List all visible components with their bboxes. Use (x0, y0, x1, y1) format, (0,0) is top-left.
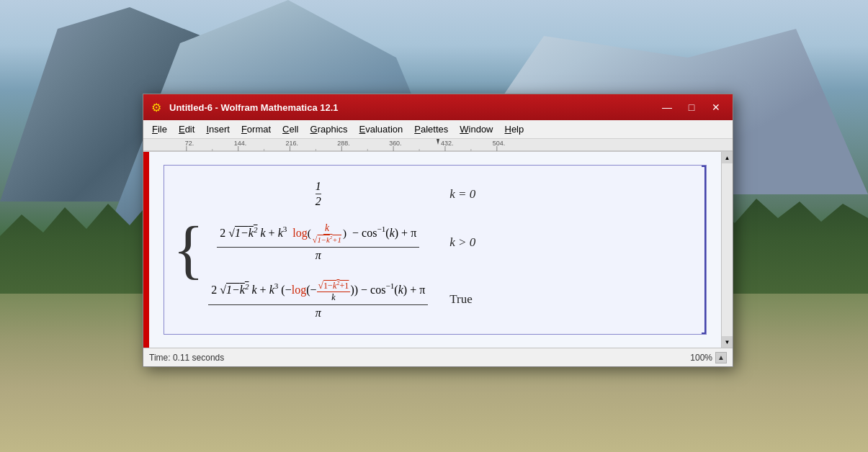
cell-bracket (702, 166, 706, 333)
svg-text:360.: 360. (389, 140, 401, 147)
fraction-case3: 2 √1−k2 k + k3 (−log(−√1−k2+1k)) − cos−1… (208, 279, 428, 319)
fraction-half: 1 2 (316, 180, 321, 208)
zoom-up-button[interactable]: ▲ (715, 352, 727, 363)
svg-text:504.: 504. (493, 140, 505, 147)
svg-text:288.: 288. (337, 140, 349, 147)
menu-bar: File Edit Insert Format Cell Graphics Ev… (143, 120, 733, 139)
menu-file[interactable]: File (146, 122, 173, 137)
maximize-button[interactable]: □ (681, 98, 702, 117)
title-bar: ⚙ Untitled-6 - Wolfram Mathematica 12.1 … (143, 94, 733, 120)
minimize-button[interactable]: — (656, 98, 678, 117)
math-expression: { 1 2 k = 0 (173, 174, 700, 325)
svg-text:432.: 432. (441, 140, 453, 147)
zoom-area: 100% ▲ (690, 352, 727, 363)
ruler-svg: 72. 144. 216. 288. 360. 432. 504. (143, 139, 733, 152)
vertical-scrollbar[interactable]: ▲ ▼ (721, 152, 733, 348)
menu-window[interactable]: Window (454, 122, 498, 137)
app-icon: ⚙ (149, 100, 164, 114)
scroll-up-button[interactable]: ▲ (722, 152, 733, 163)
content-area: { 1 2 k = 0 (143, 152, 733, 348)
menu-evaluation[interactable]: Evaluation (354, 122, 409, 137)
mathematica-window: ⚙ Untitled-6 - Wolfram Mathematica 12.1 … (143, 94, 733, 367)
window-title: Untitled-6 - Wolfram Mathematica 12.1 (169, 102, 656, 113)
zoom-value: 100% (690, 353, 712, 363)
scroll-down-button[interactable]: ▼ (722, 336, 733, 348)
notebook-content[interactable]: { 1 2 k = 0 (149, 152, 721, 348)
close-button[interactable]: ✕ (705, 98, 727, 117)
status-time: Time: 0.11 seconds (149, 353, 690, 363)
menu-help[interactable]: Help (499, 122, 530, 137)
menu-edit[interactable]: Edit (173, 122, 200, 137)
fraction-case2: 2 √1−k2 k + k3 log(k√1−k2+1) − cos−1(k) … (217, 222, 419, 262)
cell-bar-left (143, 152, 149, 348)
menu-palettes[interactable]: Palettes (408, 122, 454, 137)
scroll-track[interactable] (722, 163, 733, 336)
menu-insert[interactable]: Insert (200, 122, 236, 137)
svg-text:216.: 216. (286, 140, 298, 147)
menu-format[interactable]: Format (236, 122, 277, 137)
status-bar: Time: 0.11 seconds 100% ▲ (143, 348, 733, 366)
svg-text:72.: 72. (185, 140, 194, 147)
svg-text:144.: 144. (234, 140, 246, 147)
output-cell: { 1 2 k = 0 (164, 165, 707, 334)
menu-graphics[interactable]: Graphics (305, 122, 354, 137)
window-controls: — □ ✕ (656, 98, 727, 117)
ruler: 72. 144. 216. 288. 360. 432. 504. (143, 139, 733, 152)
menu-cell[interactable]: Cell (277, 122, 304, 137)
